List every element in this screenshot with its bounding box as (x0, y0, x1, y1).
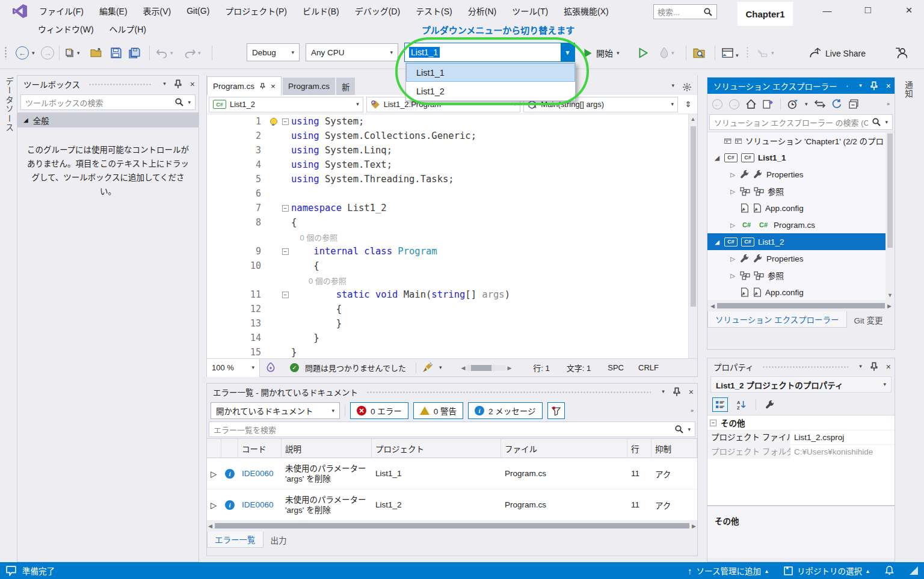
error-list-pin-icon[interactable] (672, 387, 682, 397)
error-list-search-box[interactable]: エラー一覧を検索 ▾ (209, 421, 695, 437)
filter-button[interactable] (547, 402, 565, 419)
quick-search-box[interactable]: 検索... (653, 4, 717, 19)
toolbar-grip-2[interactable] (746, 46, 749, 60)
menu-item-9[interactable]: ツール(T) (504, 2, 556, 19)
error-column-header-5[interactable]: ファイル (501, 439, 627, 458)
properties-object-combo[interactable]: List1_2 プロジェクトのプロパティ ▾ (710, 376, 892, 393)
error-scope-filter-combo[interactable]: 開かれているドキュメント▾ (211, 402, 340, 419)
startup-dropdown-item-List1_2[interactable]: List1_2 (406, 82, 575, 100)
hot-reload-dropdown-icon[interactable]: ▾ (671, 51, 674, 56)
property-row-1[interactable]: プロジェクト フォルダC:¥Users¥konishihide (707, 444, 895, 459)
new-project-icon[interactable] (65, 48, 75, 58)
error-row-0[interactable]: ▷iIDE0060未使用のパラメーター 'args' を削除List1_1Pro… (207, 458, 697, 489)
notifications-bell-icon[interactable] (885, 566, 894, 575)
tree-item-Properties[interactable]: ▷Properties (707, 250, 895, 267)
home-icon[interactable] (746, 99, 756, 109)
error-code-link[interactable]: IDE0060 (238, 469, 282, 478)
undo-dropdown-icon[interactable]: ▾ (170, 51, 173, 56)
startup-dropdown-item-List1_1[interactable]: List1_1 (406, 63, 575, 82)
tab-list-dropdown-icon[interactable]: ▾ (671, 83, 674, 91)
menu-item-0[interactable]: ファイル(F) (31, 2, 91, 19)
tree-item-ソリューション 'Chapter1' (2/2 のプロ[interactable]: ソリューション 'Chapter1' (2/2 のプロ (707, 132, 895, 149)
toolbox-search-options-icon[interactable]: ▾ (188, 100, 191, 105)
editor-zoom-combo[interactable]: 100 %▾ (207, 359, 260, 377)
add-to-source-control-button[interactable]: ↑ ソース管理に追加 ▴ (688, 565, 768, 577)
error-table-header[interactable]: コード説明プロジェクトファイル行抑制 (207, 438, 697, 458)
panel-tab-Git 変更[interactable]: Git 変更 (847, 311, 890, 328)
tree-item-Program.cs[interactable]: ▷C#C#Program.cs (707, 216, 895, 233)
menu-item-5[interactable]: ビルド(B) (295, 2, 347, 19)
tree-vertical-scrollbar[interactable]: ▼ (886, 132, 895, 300)
tree-item-App.config[interactable]: App.config (707, 284, 895, 300)
error-column-header-3[interactable]: 説明 (282, 439, 372, 458)
menu-item-4[interactable]: プロジェクト(P) (217, 2, 295, 19)
scroll-left-icon[interactable]: ◀ (208, 521, 212, 531)
properties-close-icon[interactable]: × (886, 362, 891, 372)
row-expander-icon[interactable]: ▷ (207, 500, 221, 510)
tree-item-List1_1[interactable]: ◢C#C#List1_1 (707, 149, 895, 166)
toolbar-overflow-icon[interactable]: » (691, 408, 694, 414)
notifications-tab[interactable]: 通知 (902, 81, 914, 209)
solution-search-options-icon[interactable]: ▾ (885, 120, 888, 125)
fold-collapse-icon[interactable]: − (282, 248, 289, 255)
error-code-link[interactable]: IDE0060 (238, 500, 282, 509)
toolbox-section-general[interactable]: ◢ 全般 (17, 112, 199, 127)
properties-window-icon[interactable] (757, 48, 769, 58)
scroll-right-icon[interactable]: ▶ (887, 301, 892, 311)
startup-project-combo[interactable]: List1_1 ▼ (404, 43, 575, 62)
startup-project-dropdown-button[interactable]: ▼ (561, 43, 574, 61)
scroll-left-icon[interactable]: ◀ (710, 301, 715, 311)
panel-tab-出力[interactable]: 出力 (263, 532, 294, 548)
expanded-icon[interactable]: ◢ (713, 155, 721, 161)
scroll-right-icon[interactable]: ▶ (507, 363, 511, 373)
quick-actions-lightbulb-icon[interactable] (270, 118, 277, 126)
indent-mode-indicator[interactable]: SPC (608, 363, 624, 372)
scrollbar-thumb[interactable] (691, 126, 696, 307)
menu-item-6[interactable]: デバッグ(D) (347, 2, 408, 19)
filter-dropdown-icon[interactable]: ▾ (805, 102, 808, 107)
document-health-check-icon[interactable]: ✓ (290, 363, 299, 372)
back-icon[interactable]: ← (712, 99, 722, 109)
new-project-dropdown-icon[interactable]: ▾ (77, 51, 80, 56)
solution-explorer-search-box[interactable]: ソリューション エクスプローラー の検索 (C ▾ (709, 114, 893, 130)
intellicode-icon[interactable] (266, 363, 276, 373)
error-column-header-0[interactable] (207, 439, 221, 458)
section-collapse-icon[interactable]: − (710, 420, 716, 426)
collapsed-icon[interactable]: ▷ (729, 188, 736, 195)
properties-title-bar[interactable]: プロパティ ▾ × (707, 358, 895, 375)
property-pages-button[interactable] (762, 397, 778, 412)
tree-item-App.config[interactable]: App.config (707, 200, 895, 216)
menu-item-8[interactable]: 分析(N) (460, 2, 504, 19)
categorized-view-button[interactable] (712, 397, 728, 412)
error-row-1[interactable]: ▷iIDE0060未使用のパラメーター 'args' を削除List1_2Pro… (207, 489, 697, 521)
start-debugging-button[interactable]: 開始 ▾ (584, 47, 620, 59)
tree-item-参照[interactable]: ▷参照 (707, 267, 895, 284)
toolbox-pin-icon[interactable] (173, 79, 183, 89)
tab-pin-icon[interactable] (259, 83, 266, 90)
solution-platform-combo[interactable]: Any CPU▾ (306, 43, 398, 61)
error-list-close-icon[interactable]: × (689, 387, 694, 397)
collapsed-icon[interactable]: ▷ (729, 256, 736, 262)
minimize-button[interactable]: — (813, 0, 841, 20)
collapse-all-icon[interactable] (849, 99, 859, 109)
collapsed-icon[interactable]: ▷ (729, 171, 736, 178)
scroll-up-icon[interactable]: ▲ (691, 114, 696, 124)
editor-horizontal-scrollbar[interactable]: ◀ ▶ (461, 363, 512, 373)
row-expander-icon[interactable]: ▷ (207, 469, 221, 479)
error-search-options-icon[interactable]: ▾ (688, 427, 691, 432)
error-column-header-6[interactable]: 行 (627, 439, 651, 458)
property-row-0[interactable]: プロジェクト ファイルList1_2.csproj (707, 430, 895, 444)
toolbox-window-menu-icon[interactable]: ▾ (163, 81, 166, 87)
navigate-back-button[interactable]: ← (16, 46, 29, 60)
menu-item-row2-0[interactable]: ウィンドウ(W) (30, 20, 102, 37)
toolbox-title-bar[interactable]: ツールボックス ▾ × (17, 76, 199, 92)
menu-item-1[interactable]: 編集(E) (91, 2, 135, 19)
open-folder-icon[interactable] (90, 48, 103, 58)
fold-collapse-icon[interactable]: − (282, 205, 289, 212)
code-cleanup-dropdown-icon[interactable]: ▾ (439, 365, 442, 370)
codelens-references[interactable]: 0 個の参照 (291, 277, 346, 286)
scroll-left-icon[interactable]: ◀ (461, 363, 466, 373)
resize-grip[interactable] (910, 566, 918, 575)
pending-changes-filter-icon[interactable] (787, 99, 798, 109)
warnings-toggle-button[interactable]: 0 警告 (413, 402, 463, 419)
